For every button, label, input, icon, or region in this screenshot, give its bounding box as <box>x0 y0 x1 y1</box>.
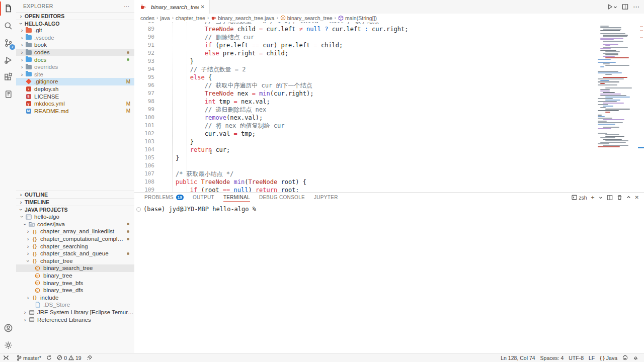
breadcrumb-separator: › <box>207 15 209 21</box>
file-readme-md[interactable]: MREADME.mdM <box>16 108 134 115</box>
timeline-section[interactable]: › TIMELINE <box>16 198 134 206</box>
java-item-binary-tree-bfs[interactable]: Cbinary_tree_bfs <box>16 279 134 287</box>
java-item-chapter-array-and-linkedlist[interactable]: ›{ }chapter_array_and_linkedlist <box>16 228 134 235</box>
notebook-activity-icon[interactable] <box>0 85 16 103</box>
more-actions-icon[interactable]: ⋯ <box>633 3 640 11</box>
panel-tab-problems[interactable]: PROBLEMS19 <box>144 193 184 202</box>
run-debug-activity-icon[interactable] <box>0 51 16 68</box>
panel-tab-debug-console[interactable]: DEBUG CONSOLE <box>259 193 305 202</box>
split-editor-icon[interactable] <box>622 4 628 10</box>
chevron-up-icon[interactable] <box>626 195 631 200</box>
tab-binary-search-tree[interactable]: binary_search_tree.java ✕ <box>134 0 210 14</box>
java-item-chapter-stack-and-queue[interactable]: ›{ }chapter_stack_and_queue <box>16 250 134 257</box>
file-codes[interactable]: ›codes <box>16 49 134 56</box>
feedback-item[interactable] <box>620 355 630 360</box>
split-terminal-icon[interactable] <box>607 195 613 201</box>
line-number: 94 <box>134 65 161 73</box>
java-item-hello-algo[interactable]: ›hello-algo <box>16 213 134 221</box>
minimap-line <box>605 57 629 58</box>
chevron-down-icon <box>613 5 617 9</box>
java-item-chapter-searching[interactable]: ›{ }chapter_searching <box>16 242 134 250</box>
explorer-activity-icon[interactable] <box>0 0 16 17</box>
item-label: .DS_Store <box>43 302 134 308</box>
panel-tab-jupyter[interactable]: JUPYTER <box>314 193 338 202</box>
file-license[interactable]: §LICENSE <box>16 93 134 100</box>
ln-col-label: Ln 128, Col 74 <box>501 355 535 361</box>
breadcrumb-item[interactable]: java <box>160 15 170 21</box>
search-activity-icon[interactable] <box>0 17 16 34</box>
minimap-line <box>603 41 623 42</box>
file-deploy-sh[interactable]: ›deploy.sh <box>16 85 134 93</box>
file--vscode[interactable]: ›.vscode <box>16 34 134 42</box>
java-item-include[interactable]: ›{ }include <box>16 294 134 302</box>
eol-item[interactable]: LF <box>586 355 597 361</box>
git-branch-item[interactable]: master* <box>14 355 44 361</box>
terminal[interactable]: (base) jyd@JYD-MBP hello-algo % <box>136 206 644 213</box>
problems-status-item[interactable]: 0 19 <box>54 355 84 361</box>
settings-gear-icon[interactable] <box>0 336 16 353</box>
tab-close-icon[interactable]: ✕ <box>199 4 206 10</box>
trash-icon[interactable] <box>617 195 622 200</box>
cursor-position-item[interactable]: Ln 128, Col 74 <box>498 355 537 361</box>
minimap-line <box>600 142 626 143</box>
extensions-activity-icon[interactable] <box>0 68 16 85</box>
sync-button[interactable] <box>44 355 54 360</box>
panel-tab-terminal[interactable]: TERMINAL <box>223 193 250 202</box>
file-mkdocs-yml[interactable]: ymkdocs.ymlM <box>16 100 134 108</box>
chevron-right-icon: › <box>19 35 25 40</box>
chevron-right-icon: › <box>22 310 28 315</box>
breadcrumb-item[interactable]: binary_search_tree.java <box>211 15 274 21</box>
java-item-chapter-computational-complexity[interactable]: ›{ }chapter_computational_complexity <box>16 235 134 243</box>
file-book[interactable]: ›book <box>16 41 134 49</box>
error-circle-icon <box>57 355 62 360</box>
notifications-item[interactable] <box>630 355 641 360</box>
new-terminal-icon[interactable]: + <box>591 194 595 201</box>
file--gitignore[interactable]: .gitignoreM <box>16 78 134 85</box>
breadcrumb-item[interactable]: main(String[]) <box>338 15 377 21</box>
file-overrides[interactable]: ›overrides <box>16 63 134 71</box>
item-label: .git <box>34 27 134 33</box>
java-item-binary-tree-dfs[interactable]: Cbinary_tree_dfs <box>16 287 134 294</box>
root-folder-section[interactable]: › HELLO-ALGO <box>16 20 134 27</box>
java-item--ds-store[interactable]: .DS_Store <box>16 301 134 309</box>
explorer-more-actions-icon[interactable]: ⋯ <box>124 3 129 9</box>
outline-section[interactable]: › OUTLINE <box>16 191 134 198</box>
remote-indicator[interactable] <box>0 355 12 360</box>
encoding-item[interactable]: UTF-8 <box>566 355 586 361</box>
java-item-referenced-libraries[interactable]: ›Referenced Libraries <box>16 316 134 323</box>
minimap[interactable] <box>598 22 638 192</box>
open-editors-section[interactable]: › OPEN EDITORS <box>16 12 134 20</box>
close-panel-icon[interactable]: ✕ <box>635 195 639 200</box>
code-line-104: 104 return cur; <box>134 146 596 154</box>
file-docs[interactable]: ›docs <box>16 56 134 63</box>
account-icon[interactable] <box>0 319 16 336</box>
run-button[interactable] <box>607 4 617 10</box>
breadcrumb-item[interactable]: Cbinary_search_tree <box>280 15 333 21</box>
chevron-down-icon[interactable] <box>599 196 603 200</box>
chevron-right-icon: › <box>19 42 25 47</box>
sh-icon: › <box>25 86 32 92</box>
file--git[interactable]: ›.git <box>16 27 134 34</box>
class-icon: C <box>34 273 41 279</box>
breadcrumb: codes›java›chapter_tree›binary_search_tr… <box>134 14 644 22</box>
java-projects-section[interactable]: › JAVA PROJECTS <box>16 206 134 213</box>
launch-profile-button[interactable]: zsh <box>572 195 587 201</box>
java-item-binary-tree[interactable]: Cbinary_tree <box>16 272 134 280</box>
breadcrumb-item[interactable]: chapter_tree <box>176 15 205 21</box>
source-control-activity-icon[interactable]: 7 <box>0 34 16 51</box>
java-item-chapter-tree[interactable]: ›{ }chapter_tree <box>16 257 134 265</box>
minimap-line <box>603 119 624 120</box>
java-server-mode-item[interactable] <box>84 355 95 360</box>
overview-ruler[interactable] <box>638 22 644 192</box>
indentation-item[interactable]: Spaces: 4 <box>538 355 567 361</box>
file-site[interactable]: ›site <box>16 71 134 78</box>
language-mode-item[interactable]: { } Java <box>597 355 620 361</box>
modified-dot-badge <box>127 238 129 240</box>
java-item-codes-java[interactable]: ›codes/java <box>16 221 134 228</box>
panel-tab-output[interactable]: OUTPUT <box>193 193 214 202</box>
java-item-jre-system-library-eclipse-temurin-17-17-[interactable]: ›JRE System Library [Eclipse Temurin 17 … <box>16 309 134 316</box>
code-editor[interactable]: 88 // 当子结点数量 = 0 / 1 时， child = null / 该… <box>134 22 644 192</box>
java-item-binary-search-tree[interactable]: Cbinary_search_tree <box>16 264 134 272</box>
breadcrumb-item[interactable]: codes <box>140 15 154 21</box>
chevron-right-icon: › <box>25 236 31 241</box>
